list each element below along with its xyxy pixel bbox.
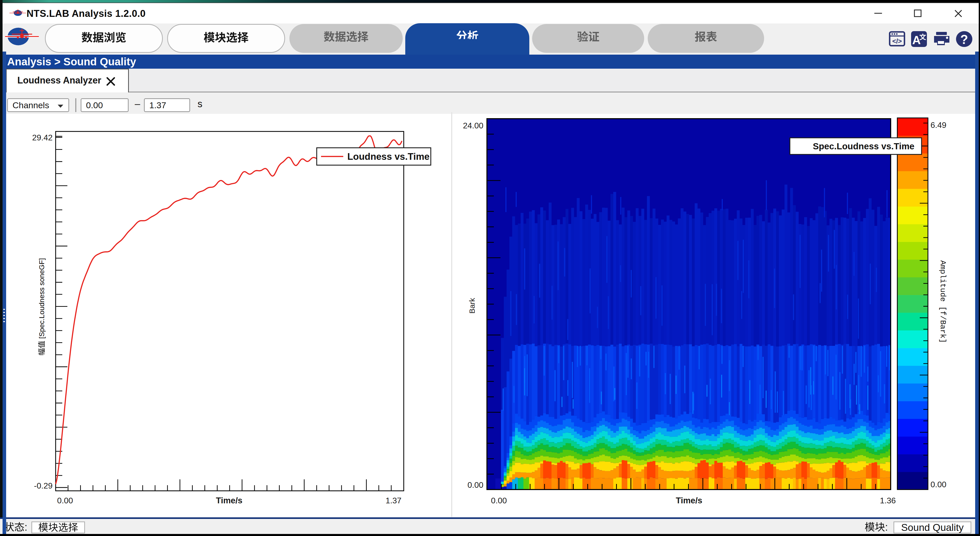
svg-text:Time/s: Time/s	[676, 496, 702, 505]
svg-text:</>: </>	[892, 37, 902, 45]
svg-text:Time/s: Time/s	[216, 496, 242, 505]
svg-text:1.36: 1.36	[880, 496, 896, 505]
svg-text:6.49: 6.49	[931, 121, 946, 130]
svg-text:29.42: 29.42	[32, 133, 52, 142]
svg-text:-0.29: -0.29	[34, 481, 52, 490]
svg-text:A: A	[912, 33, 921, 47]
svg-text:24.00: 24.00	[463, 121, 484, 130]
svg-text:Amplitude [f/Bark]: Amplitude [f/Bark]	[939, 260, 947, 343]
svg-text:Spec.Loudness vs.Time: Spec.Loudness vs.Time	[813, 141, 915, 151]
svg-text:Loudness vs.Time: Loudness vs.Time	[347, 151, 430, 162]
svg-text:0.00: 0.00	[57, 496, 73, 505]
svg-text:0.00: 0.00	[491, 496, 507, 505]
svg-text:0.00: 0.00	[931, 480, 946, 489]
svg-text:Bark: Bark	[468, 297, 476, 314]
svg-text:0.00: 0.00	[468, 480, 484, 490]
svg-text:?: ?	[960, 32, 968, 47]
svg-text:1.37: 1.37	[386, 496, 401, 505]
